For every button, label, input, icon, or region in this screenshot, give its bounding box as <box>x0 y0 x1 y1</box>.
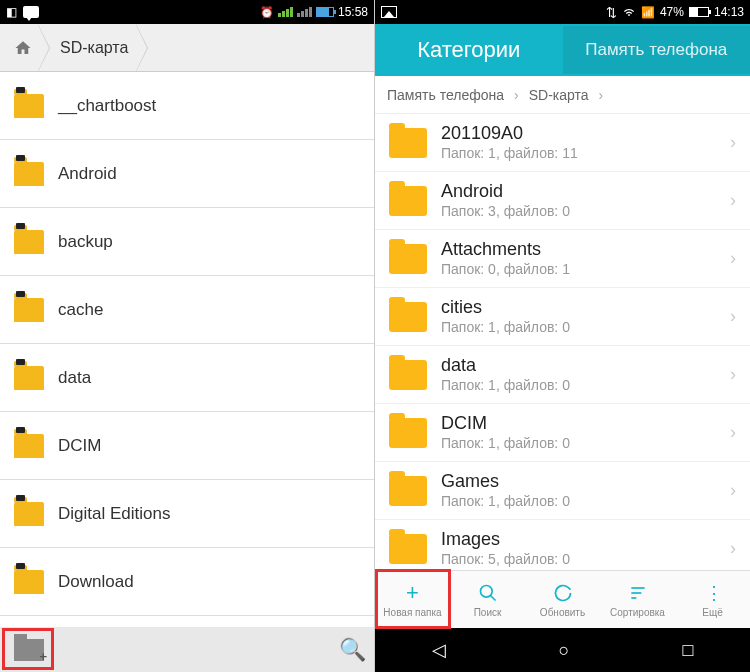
search-icon[interactable]: 🔍 <box>339 637 366 663</box>
folder-row[interactable]: ImagesПапок: 5, файлов: 0› <box>375 520 750 570</box>
activity-icon: ◧ <box>6 5 17 19</box>
status-time: 14:13 <box>714 5 744 19</box>
sms-icon <box>23 6 39 18</box>
chevron-icon: › <box>730 132 736 153</box>
folder-name: Images <box>441 529 724 551</box>
folder-row[interactable]: Digital Editions <box>0 480 374 548</box>
folder-list[interactable]: 201109A0Папок: 1, файлов: 11› AndroidПап… <box>375 114 750 570</box>
status-bar: ⇅ 📶 47% 14:13 <box>375 0 750 24</box>
chevron-icon <box>38 24 50 72</box>
folder-name: Attachments <box>441 239 724 261</box>
status-time: 15:58 <box>338 5 368 19</box>
folder-meta: Папок: 0, файлов: 1 <box>441 261 724 278</box>
folder-row[interactable]: __chartboost <box>0 72 374 140</box>
refresh-button[interactable]: Обновить <box>525 571 600 628</box>
battery-icon <box>316 7 334 17</box>
folder-name: DCIM <box>58 436 101 456</box>
tabs: Категории Память телефона <box>375 24 750 76</box>
screenshot-icon <box>381 6 397 18</box>
folder-row[interactable]: DCIMПапок: 1, файлов: 0› <box>375 404 750 462</box>
folder-icon <box>14 94 44 118</box>
plus-icon: + <box>406 581 419 605</box>
folder-name: Download <box>58 572 134 592</box>
search-button[interactable]: Поиск <box>450 571 525 628</box>
folder-icon <box>389 244 427 274</box>
battery-icon <box>689 7 709 17</box>
toolbar-label: Сортировка <box>610 607 665 618</box>
signal-icon: 📶 <box>641 6 655 19</box>
new-folder-button[interactable]: + Новая папка <box>375 571 450 628</box>
home-icon[interactable] <box>8 33 38 63</box>
folder-row[interactable]: backup <box>0 208 374 276</box>
tab-memory[interactable]: Память телефона <box>563 26 751 74</box>
folder-row[interactable]: 201109A0Папок: 1, файлов: 11› <box>375 114 750 172</box>
chevron-icon: › <box>730 306 736 327</box>
folder-meta: Папок: 1, файлов: 0 <box>441 493 724 510</box>
toolbar-label: Новая папка <box>383 607 441 618</box>
chevron-icon: › <box>514 87 519 103</box>
battery-percent: 47% <box>660 5 684 19</box>
chevron-icon: › <box>730 248 736 269</box>
folder-name: data <box>441 355 724 377</box>
svg-line-1 <box>490 596 495 601</box>
chevron-icon: › <box>599 87 604 103</box>
folder-row[interactable]: Android <box>0 140 374 208</box>
new-folder-button[interactable]: + <box>14 639 44 661</box>
toolbar-label: Обновить <box>540 607 585 618</box>
home-button[interactable]: ○ <box>559 640 570 661</box>
breadcrumb[interactable]: SD-карта <box>0 24 374 72</box>
folder-icon <box>389 128 427 158</box>
folder-icon <box>14 366 44 390</box>
bottom-toolbar: + Новая папка Поиск Обновить Сортировка … <box>375 570 750 628</box>
folder-row[interactable]: AndroidПапок: 3, файлов: 0› <box>375 172 750 230</box>
folder-icon <box>389 476 427 506</box>
folder-list[interactable]: __chartboost Android backup cache data D… <box>0 72 374 627</box>
folder-row[interactable]: data <box>0 344 374 412</box>
back-button[interactable]: ◁ <box>432 639 446 661</box>
folder-icon <box>389 186 427 216</box>
chevron-icon: › <box>730 480 736 501</box>
folder-meta: Папок: 1, файлов: 0 <box>441 377 724 394</box>
wifi-icon: ⇅ <box>606 5 617 20</box>
folder-name: Android <box>441 181 724 203</box>
alarm-icon: ⏰ <box>260 6 274 19</box>
search-icon <box>478 581 498 605</box>
folder-name: DCIM <box>441 413 724 435</box>
folder-icon <box>14 162 44 186</box>
folder-row[interactable]: cache <box>0 276 374 344</box>
sort-button[interactable]: Сортировка <box>600 571 675 628</box>
folder-row[interactable]: citiesПапок: 1, файлов: 0› <box>375 288 750 346</box>
folder-icon <box>389 302 427 332</box>
status-bar: ◧ ⏰ 15:58 <box>0 0 374 24</box>
folder-name: Games <box>441 471 724 493</box>
folder-icon <box>389 534 427 564</box>
folder-name: Digital Editions <box>58 504 170 524</box>
more-button[interactable]: ⋮ Ещё <box>675 571 750 628</box>
folder-meta: Папок: 3, файлов: 0 <box>441 203 724 220</box>
folder-name: backup <box>58 232 113 252</box>
android-navbar: ◁ ○ □ <box>375 628 750 672</box>
tab-categories[interactable]: Категории <box>375 23 563 77</box>
breadcrumb-root[interactable]: Память телефона <box>387 87 504 103</box>
folder-icon <box>14 230 44 254</box>
bottom-toolbar: + 🔍 <box>0 627 374 672</box>
sort-icon <box>628 581 648 605</box>
recent-button[interactable]: □ <box>683 640 694 661</box>
folder-meta: Папок: 5, файлов: 0 <box>441 551 724 568</box>
folder-icon <box>389 418 427 448</box>
folder-row[interactable]: AttachmentsПапок: 0, файлов: 1› <box>375 230 750 288</box>
svg-point-0 <box>480 586 492 598</box>
breadcrumb-current[interactable]: SD-карта <box>52 39 136 57</box>
folder-icon <box>14 298 44 322</box>
folder-name: cities <box>441 297 724 319</box>
folder-meta: Папок: 1, файлов: 0 <box>441 435 724 452</box>
chevron-icon: › <box>730 538 736 559</box>
signal-icon <box>278 7 293 17</box>
folder-row[interactable]: Download <box>0 548 374 616</box>
phone-right: ⇅ 📶 47% 14:13 Категории Память телефона … <box>375 0 750 672</box>
folder-row[interactable]: DCIM <box>0 412 374 480</box>
breadcrumb-current[interactable]: SD-карта <box>529 87 589 103</box>
folder-icon <box>14 434 44 458</box>
folder-row[interactable]: dataПапок: 1, файлов: 0› <box>375 346 750 404</box>
folder-row[interactable]: GamesПапок: 1, файлов: 0› <box>375 462 750 520</box>
